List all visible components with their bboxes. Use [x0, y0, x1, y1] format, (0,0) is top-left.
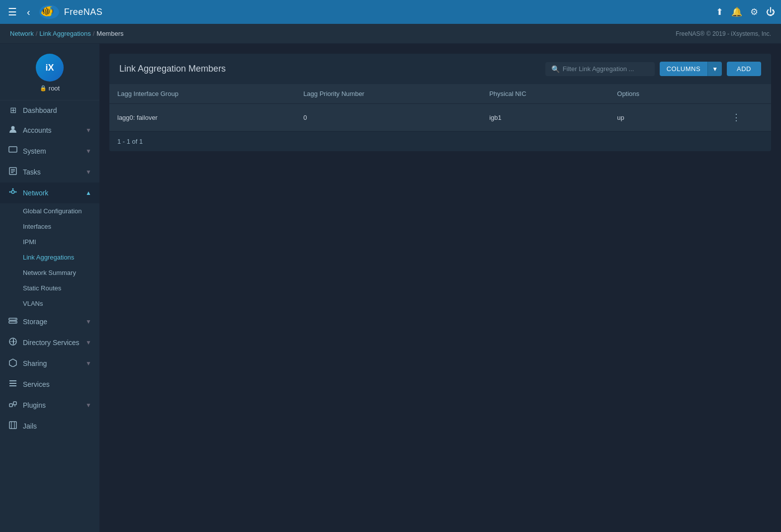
- breadcrumb-members: Members: [96, 30, 123, 37]
- sidebar-item-network[interactable]: Network ▲: [0, 182, 99, 203]
- services-icon: [8, 379, 18, 390]
- cell-physical-nic: igb1: [481, 104, 609, 131]
- sidebar-item-global-config[interactable]: Global Configuration: [0, 203, 99, 219]
- table-header-row: Lagg Interface Group Lagg Priority Numbe…: [109, 84, 771, 104]
- svg-rect-15: [13, 402, 16, 405]
- sidebar-item-jails[interactable]: Jails: [0, 416, 99, 437]
- link-aggregation-members-card: Link Aggregation Members 🔍 COLUMNS ▼ ADD: [109, 54, 771, 151]
- main-layout: iX 🔒 root ⊞ Dashboard Accounts ▼ System: [0, 44, 781, 532]
- svg-point-6: [9, 191, 11, 193]
- search-icon: 🔍: [551, 65, 560, 73]
- row-more-options-button[interactable]: ⋮: [709, 110, 763, 125]
- settings-gear-icon[interactable]: ⚙: [750, 6, 758, 17]
- bell-icon[interactable]: 🔔: [731, 6, 742, 17]
- topbar: ☰ ‹ 🐠 FreeNAS ⬆ 🔔 ⚙ ⏻: [0, 0, 781, 24]
- card-actions: 🔍 COLUMNS ▼ ADD: [545, 62, 761, 76]
- sidebar-item-ipmi[interactable]: IPMI: [0, 234, 99, 250]
- svg-point-2: [11, 126, 15, 130]
- hamburger-menu-icon[interactable]: ☰: [6, 4, 19, 20]
- sharing-icon: [8, 358, 18, 369]
- table-container: Lagg Interface Group Lagg Priority Numbe…: [109, 84, 771, 131]
- sidebar-item-storage[interactable]: Storage ▼: [0, 311, 99, 332]
- jails-label: Jails: [23, 422, 91, 430]
- col-header-physical-nic: Physical NIC: [481, 84, 609, 104]
- system-icon: [8, 146, 18, 157]
- tasks-label: Tasks: [23, 168, 81, 176]
- breadcrumb-link-aggregations[interactable]: Link Aggregations: [39, 30, 90, 37]
- content-area: Link Aggregation Members 🔍 COLUMNS ▼ ADD: [99, 44, 781, 532]
- card-title: Link Aggregation Members: [119, 64, 226, 74]
- storage-icon: [8, 316, 18, 327]
- tasks-icon: [8, 167, 18, 177]
- sidebar-item-system[interactable]: System ▼: [0, 141, 99, 162]
- sidebar-item-accounts[interactable]: Accounts ▼: [0, 120, 99, 141]
- svg-rect-16: [9, 422, 16, 429]
- power-icon[interactable]: ⏻: [766, 7, 775, 17]
- columns-btn-group: COLUMNS ▼: [660, 62, 722, 76]
- topbar-left: ☰ ‹ 🐠 FreeNAS: [6, 4, 102, 20]
- columns-button[interactable]: COLUMNS: [660, 62, 708, 76]
- accounts-icon: [8, 125, 18, 136]
- table-header: Lagg Interface Group Lagg Priority Numbe…: [109, 84, 771, 104]
- breadcrumb-network[interactable]: Network: [10, 30, 34, 37]
- col-header-actions: [701, 84, 771, 104]
- col-header-options: Options: [609, 84, 701, 104]
- avatar: iX: [36, 54, 64, 82]
- accounts-arrow-icon: ▼: [86, 127, 91, 134]
- col-header-lagg-interface-group: Lagg Interface Group: [109, 84, 295, 104]
- user-name: 🔒 root: [40, 85, 60, 92]
- network-label: Network: [23, 189, 81, 197]
- network-icon: [8, 187, 18, 198]
- jails-icon: [8, 421, 18, 432]
- svg-point-7: [15, 191, 17, 193]
- sidebar-item-dashboard[interactable]: ⊞ Dashboard: [0, 100, 99, 120]
- svg-rect-3: [9, 147, 17, 152]
- cell-options: up: [609, 104, 701, 131]
- sidebar-item-directory-services[interactable]: Directory Services ▼: [0, 332, 99, 353]
- plugins-label: Plugins: [23, 401, 81, 409]
- svg-point-12: [15, 322, 16, 323]
- directory-services-icon: [8, 337, 18, 348]
- svg-text:🐠: 🐠: [40, 4, 54, 18]
- sidebar-item-static-routes[interactable]: Static Routes: [0, 280, 99, 296]
- directory-services-arrow-icon: ▼: [86, 339, 91, 346]
- breadcrumb-sep-1: /: [36, 30, 38, 37]
- tasks-arrow-icon: ▼: [86, 169, 91, 176]
- sidebar-item-services[interactable]: Services: [0, 374, 99, 395]
- sidebar-item-interfaces[interactable]: Interfaces: [0, 219, 99, 234]
- dashboard-icon: ⊞: [8, 105, 18, 115]
- sharing-label: Sharing: [23, 359, 81, 367]
- sidebar-item-link-aggregations[interactable]: Link Aggregations: [0, 250, 99, 265]
- upload-icon[interactable]: ⬆: [716, 6, 723, 17]
- svg-point-11: [15, 319, 16, 320]
- system-arrow-icon: ▼: [86, 148, 91, 155]
- user-profile: iX 🔒 root: [0, 44, 99, 100]
- card-header: Link Aggregation Members 🔍 COLUMNS ▼ ADD: [109, 54, 771, 84]
- storage-arrow-icon: ▼: [86, 318, 91, 325]
- username-label: root: [49, 85, 60, 92]
- lock-icon: 🔒: [40, 85, 47, 91]
- logo: 🐠 FreeNAS: [38, 4, 103, 20]
- columns-dropdown-arrow[interactable]: ▼: [707, 62, 722, 76]
- sharing-arrow-icon: ▼: [86, 360, 91, 367]
- logo-text: FreeNAS: [64, 7, 103, 17]
- topbar-icons: ⬆ 🔔 ⚙ ⏻: [716, 6, 775, 17]
- sidebar-item-plugins[interactable]: Plugins ▼: [0, 395, 99, 416]
- table-row: lagg0: failover 0 igb1 up ⋮: [109, 104, 771, 131]
- svg-point-8: [12, 188, 14, 190]
- dashboard-label: Dashboard: [23, 106, 91, 114]
- sidebar-item-network-summary[interactable]: Network Summary: [0, 265, 99, 280]
- search-input[interactable]: [563, 65, 649, 73]
- cell-lagg-interface-group: lagg0: failover: [109, 104, 295, 131]
- add-button[interactable]: ADD: [727, 62, 761, 76]
- sidebar-item-vlans[interactable]: VLANs: [0, 296, 99, 311]
- members-table: Lagg Interface Group Lagg Priority Numbe…: [109, 84, 771, 131]
- plugins-arrow-icon: ▼: [86, 402, 91, 409]
- sidebar-item-tasks[interactable]: Tasks ▼: [0, 162, 99, 182]
- plugins-icon: [8, 400, 18, 411]
- freenas-fish-logo: 🐠: [38, 4, 60, 20]
- sidebar-item-sharing[interactable]: Sharing ▼: [0, 353, 99, 374]
- breadcrumb-bar: Network / Link Aggregations / Members Fr…: [0, 24, 781, 44]
- back-arrow-icon[interactable]: ‹: [25, 4, 32, 20]
- col-header-lagg-priority-number: Lagg Priority Number: [295, 84, 481, 104]
